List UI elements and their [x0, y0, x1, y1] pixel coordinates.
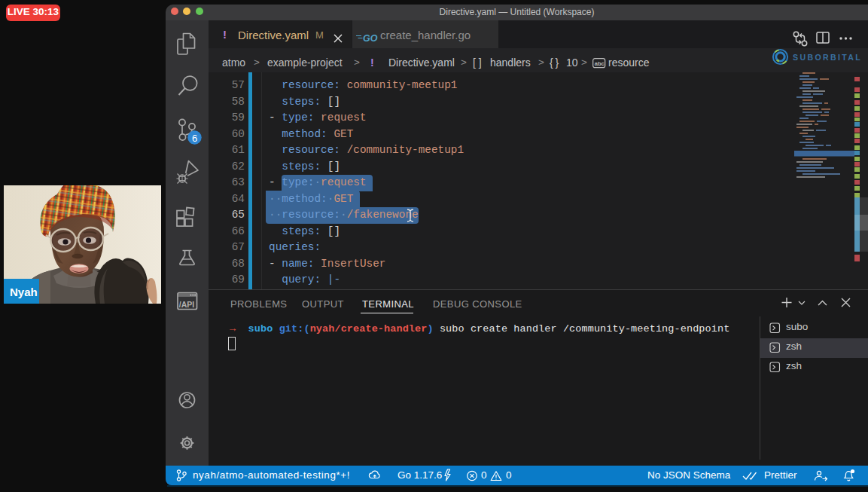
svg-text:Nyah: Nyah: [10, 286, 38, 298]
svg-text:abc: abc: [595, 60, 605, 67]
svg-text:SUBORBITAL: SUBORBITAL: [793, 53, 862, 62]
svg-text:/API: /API: [179, 300, 195, 309]
svg-text:6: 6: [192, 133, 197, 144]
